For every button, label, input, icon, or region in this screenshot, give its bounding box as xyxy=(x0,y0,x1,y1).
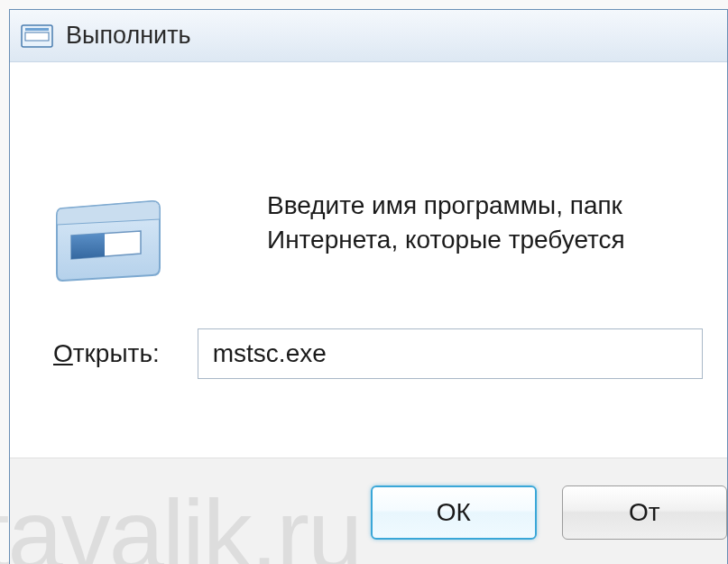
dialog-description: Введите имя программы, папк Интернета, к… xyxy=(267,189,625,257)
dialog-top-section: Введите имя программы, папк Интернета, к… xyxy=(10,62,727,405)
cancel-button[interactable]: От xyxy=(562,485,727,540)
open-label: Открыть: xyxy=(53,339,160,368)
window-title: Выполнить xyxy=(66,22,191,50)
run-title-icon xyxy=(21,24,53,48)
open-row: Открыть: xyxy=(53,328,703,379)
description-line-2: Интернета, которые требуется xyxy=(267,223,625,257)
run-dialog-window: Выполнить xyxy=(9,9,728,564)
run-program-icon xyxy=(55,198,163,287)
button-bar: ОК От xyxy=(10,458,727,564)
ok-button[interactable]: ОК xyxy=(371,485,537,540)
dialog-client-area: Введите имя программы, папк Интернета, к… xyxy=(10,62,727,563)
open-input[interactable] xyxy=(198,328,703,379)
svg-rect-1 xyxy=(25,32,49,41)
description-line-1: Введите имя программы, папк xyxy=(267,189,625,223)
titlebar[interactable]: Выполнить xyxy=(10,10,727,62)
svg-rect-2 xyxy=(25,28,49,31)
